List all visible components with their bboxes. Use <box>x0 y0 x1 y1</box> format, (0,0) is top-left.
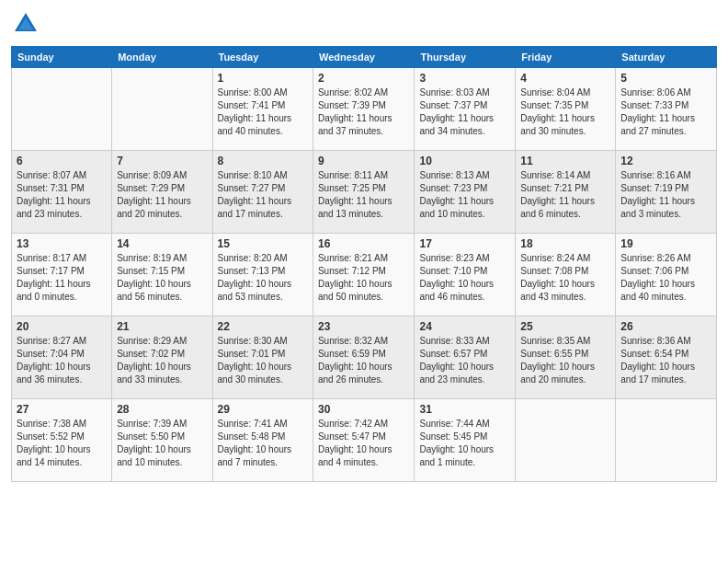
day-info: Sunrise: 8:36 AM Sunset: 6:54 PM Dayligh… <box>620 335 711 386</box>
calendar-cell: 18Sunrise: 8:24 AM Sunset: 7:08 PM Dayli… <box>516 234 616 316</box>
calendar-cell: 25Sunrise: 8:35 AM Sunset: 6:55 PM Dayli… <box>516 316 616 399</box>
day-number: 9 <box>318 155 410 167</box>
day-info: Sunrise: 8:23 AM Sunset: 7:10 PM Dayligh… <box>419 252 510 304</box>
day-info: Sunrise: 7:39 AM Sunset: 5:50 PM Dayligh… <box>117 418 207 469</box>
day-number: 31 <box>419 403 510 416</box>
day-info: Sunrise: 7:44 AM Sunset: 5:45 PM Dayligh… <box>419 418 510 469</box>
weekday-header-friday: Friday <box>516 47 616 68</box>
calendar-cell: 28Sunrise: 7:39 AM Sunset: 5:50 PM Dayli… <box>112 399 212 482</box>
calendar-cell: 29Sunrise: 7:41 AM Sunset: 5:48 PM Dayli… <box>212 399 313 482</box>
calendar-cell <box>516 399 616 482</box>
day-info: Sunrise: 8:29 AM Sunset: 7:02 PM Dayligh… <box>117 335 207 386</box>
calendar-cell: 16Sunrise: 8:21 AM Sunset: 7:12 PM Dayli… <box>313 234 415 316</box>
weekday-header-tuesday: Tuesday <box>212 47 313 68</box>
page: SundayMondayTuesdayWednesdayThursdayFrid… <box>0 0 728 563</box>
day-info: Sunrise: 8:14 AM Sunset: 7:21 PM Dayligh… <box>520 169 610 221</box>
weekday-header-wednesday: Wednesday <box>313 47 415 68</box>
day-number: 2 <box>318 72 410 85</box>
day-info: Sunrise: 8:30 AM Sunset: 7:01 PM Dayligh… <box>218 335 308 386</box>
day-number: 6 <box>17 155 107 167</box>
day-number: 23 <box>318 320 410 333</box>
day-number: 12 <box>620 155 711 167</box>
calendar-cell: 30Sunrise: 7:42 AM Sunset: 5:47 PM Dayli… <box>313 399 415 482</box>
calendar-cell: 15Sunrise: 8:20 AM Sunset: 7:13 PM Dayli… <box>212 234 313 316</box>
day-info: Sunrise: 8:09 AM Sunset: 7:29 PM Dayligh… <box>117 169 207 221</box>
day-number: 1 <box>218 72 308 85</box>
day-number: 3 <box>419 72 510 85</box>
day-info: Sunrise: 8:11 AM Sunset: 7:25 PM Dayligh… <box>318 169 410 221</box>
day-info: Sunrise: 8:33 AM Sunset: 6:57 PM Dayligh… <box>419 335 510 386</box>
day-number: 13 <box>17 237 107 250</box>
day-number: 17 <box>419 237 510 250</box>
day-info: Sunrise: 8:16 AM Sunset: 7:19 PM Dayligh… <box>620 169 711 221</box>
calendar-cell: 21Sunrise: 8:29 AM Sunset: 7:02 PM Dayli… <box>112 316 212 399</box>
calendar-cell: 12Sunrise: 8:16 AM Sunset: 7:19 PM Dayli… <box>616 151 717 234</box>
weekday-header-monday: Monday <box>112 47 212 68</box>
day-number: 14 <box>117 237 207 250</box>
day-number: 22 <box>218 320 308 333</box>
calendar-cell: 8Sunrise: 8:10 AM Sunset: 7:27 PM Daylig… <box>212 151 313 234</box>
day-number: 20 <box>17 320 107 333</box>
calendar-cell: 11Sunrise: 8:14 AM Sunset: 7:21 PM Dayli… <box>516 151 616 234</box>
weekday-header-saturday: Saturday <box>616 47 717 68</box>
day-info: Sunrise: 7:41 AM Sunset: 5:48 PM Dayligh… <box>218 418 308 469</box>
day-info: Sunrise: 8:00 AM Sunset: 7:41 PM Dayligh… <box>218 86 308 138</box>
calendar-cell: 2Sunrise: 8:02 AM Sunset: 7:39 PM Daylig… <box>313 68 415 151</box>
day-info: Sunrise: 8:26 AM Sunset: 7:06 PM Dayligh… <box>620 252 711 304</box>
calendar-cell: 13Sunrise: 8:17 AM Sunset: 7:17 PM Dayli… <box>12 234 112 316</box>
calendar-cell: 3Sunrise: 8:03 AM Sunset: 7:37 PM Daylig… <box>415 68 516 151</box>
day-info: Sunrise: 8:19 AM Sunset: 7:15 PM Dayligh… <box>117 252 207 304</box>
day-number: 8 <box>218 155 308 167</box>
day-number: 4 <box>520 72 610 85</box>
day-number: 18 <box>520 237 610 250</box>
day-number: 7 <box>117 155 207 167</box>
day-info: Sunrise: 8:07 AM Sunset: 7:31 PM Dayligh… <box>17 169 107 221</box>
calendar-cell: 5Sunrise: 8:06 AM Sunset: 7:33 PM Daylig… <box>616 68 717 151</box>
day-number: 24 <box>419 320 510 333</box>
day-number: 30 <box>318 403 410 416</box>
calendar-cell: 23Sunrise: 8:32 AM Sunset: 6:59 PM Dayli… <box>313 316 415 399</box>
logo-icon <box>11 9 40 39</box>
day-number: 28 <box>117 403 207 416</box>
day-number: 21 <box>117 320 207 333</box>
day-info: Sunrise: 8:13 AM Sunset: 7:23 PM Dayligh… <box>419 169 510 221</box>
calendar-cell: 1Sunrise: 8:00 AM Sunset: 7:41 PM Daylig… <box>212 68 313 151</box>
day-number: 27 <box>17 403 107 416</box>
day-number: 19 <box>620 237 711 250</box>
calendar-cell: 4Sunrise: 8:04 AM Sunset: 7:35 PM Daylig… <box>516 68 616 151</box>
day-number: 15 <box>218 237 308 250</box>
calendar-cell: 26Sunrise: 8:36 AM Sunset: 6:54 PM Dayli… <box>616 316 717 399</box>
calendar-cell: 22Sunrise: 8:30 AM Sunset: 7:01 PM Dayli… <box>212 316 313 399</box>
day-info: Sunrise: 8:35 AM Sunset: 6:55 PM Dayligh… <box>520 335 610 386</box>
calendar-cell: 19Sunrise: 8:26 AM Sunset: 7:06 PM Dayli… <box>616 234 717 316</box>
calendar: SundayMondayTuesdayWednesdayThursdayFrid… <box>11 46 717 482</box>
calendar-week-4: 20Sunrise: 8:27 AM Sunset: 7:04 PM Dayli… <box>12 316 717 399</box>
day-info: Sunrise: 8:32 AM Sunset: 6:59 PM Dayligh… <box>318 335 410 386</box>
weekday-header-thursday: Thursday <box>415 47 516 68</box>
calendar-cell: 6Sunrise: 8:07 AM Sunset: 7:31 PM Daylig… <box>12 151 112 234</box>
day-number: 16 <box>318 237 410 250</box>
day-number: 26 <box>620 320 711 333</box>
calendar-week-3: 13Sunrise: 8:17 AM Sunset: 7:17 PM Dayli… <box>12 234 717 316</box>
day-info: Sunrise: 8:27 AM Sunset: 7:04 PM Dayligh… <box>17 335 107 386</box>
calendar-cell: 24Sunrise: 8:33 AM Sunset: 6:57 PM Dayli… <box>415 316 516 399</box>
calendar-cell <box>616 399 717 482</box>
calendar-cell: 9Sunrise: 8:11 AM Sunset: 7:25 PM Daylig… <box>313 151 415 234</box>
header <box>11 9 717 39</box>
calendar-cell <box>112 68 212 151</box>
day-number: 25 <box>520 320 610 333</box>
day-info: Sunrise: 8:02 AM Sunset: 7:39 PM Dayligh… <box>318 86 410 138</box>
calendar-cell: 10Sunrise: 8:13 AM Sunset: 7:23 PM Dayli… <box>415 151 516 234</box>
calendar-week-1: 1Sunrise: 8:00 AM Sunset: 7:41 PM Daylig… <box>12 68 717 151</box>
calendar-header-row: SundayMondayTuesdayWednesdayThursdayFrid… <box>12 47 717 68</box>
logo <box>11 9 44 39</box>
calendar-cell: 31Sunrise: 7:44 AM Sunset: 5:45 PM Dayli… <box>415 399 516 482</box>
day-info: Sunrise: 8:03 AM Sunset: 7:37 PM Dayligh… <box>419 86 510 138</box>
day-info: Sunrise: 7:38 AM Sunset: 5:52 PM Dayligh… <box>17 418 107 469</box>
day-number: 5 <box>620 72 711 85</box>
day-info: Sunrise: 8:21 AM Sunset: 7:12 PM Dayligh… <box>318 252 410 304</box>
day-number: 10 <box>419 155 510 167</box>
calendar-cell: 20Sunrise: 8:27 AM Sunset: 7:04 PM Dayli… <box>12 316 112 399</box>
calendar-cell: 7Sunrise: 8:09 AM Sunset: 7:29 PM Daylig… <box>112 151 212 234</box>
day-info: Sunrise: 7:42 AM Sunset: 5:47 PM Dayligh… <box>318 418 410 469</box>
